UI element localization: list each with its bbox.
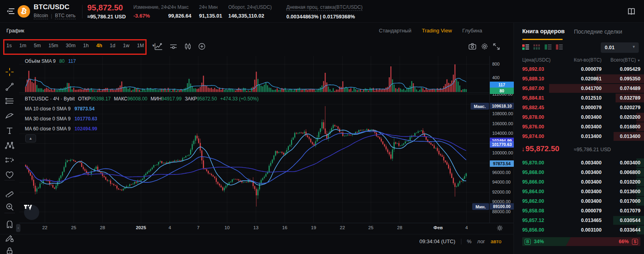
timeframe-5m[interactable]: 5m — [34, 43, 41, 48]
symbol-legend[interactable]: BTCUSDC · 4Ч · Bybit — [25, 96, 75, 102]
top-header: ₿ BTC/USDC Bitcoin | BTC сеть 95,872.50 … — [0, 0, 644, 23]
timeframe-4h[interactable]: 4h — [97, 43, 103, 48]
view-asks-icon[interactable] — [556, 44, 563, 52]
ask-row[interactable]: 95,876.00 0.003400 0.016800 — [514, 122, 644, 132]
ma-legend-row[interactable]: MA 10 close 0 SMA 997873.54 — [25, 106, 95, 112]
tab-chart[interactable]: График — [6, 28, 24, 34]
ask-row[interactable]: 95,889.10 0.020861 0.095350 — [514, 74, 644, 84]
price-chart[interactable]: Объём SMA 9 80 117 BTCUSDC · 4Ч · Bybit … — [19, 56, 489, 223]
tab-recent-trades[interactable]: Последние сделки — [574, 28, 622, 35]
ask-row[interactable]: 95,892.03 0.000079 0.095429 — [514, 64, 644, 74]
orderbook-controls: 0.01 ▼ — [514, 42, 644, 53]
volume-badge: 80 — [490, 88, 514, 94]
bid-row[interactable]: 95,856.00 0.003100 0.033644 — [514, 225, 644, 235]
time-tick: 28 — [397, 225, 402, 230]
time-tick: 22 — [340, 225, 345, 230]
ask-row[interactable]: 95,884.81 0.012510 0.032789 — [514, 93, 644, 103]
stat-value: -3.67% — [133, 13, 169, 19]
camera-icon[interactable] — [469, 42, 476, 51]
pair-title[interactable]: BTC/USDC — [34, 3, 76, 11]
header-stat: 24ч Макс 99,826.64 — [168, 4, 191, 19]
timeframe-1m[interactable]: 1m — [19, 43, 26, 48]
long-short-position-icon[interactable] — [5, 156, 14, 165]
buy-ratio-segment: B 34% — [522, 237, 571, 246]
log-scale-button[interactable]: лог — [477, 238, 485, 244]
view-both-icon[interactable] — [522, 44, 529, 52]
bid-row[interactable]: 95,857.12 0.013465 0.030544 — [514, 216, 644, 225]
view-tab-depth[interactable]: Глубина — [462, 28, 482, 34]
ask-row[interactable]: 95,878.00 0.003400 0.020200 — [514, 112, 644, 122]
collapse-rail-handle[interactable]: ‹ — [16, 224, 20, 232]
orderbook-layout-icon[interactable] — [628, 8, 635, 16]
network-name[interactable]: BTC сеть — [55, 13, 75, 19]
sell-ratio-segment: 66% S — [619, 237, 638, 246]
indicators-icon[interactable] — [169, 42, 177, 51]
timeframe-1s[interactable]: 1s — [6, 43, 12, 48]
btc-logo: ₿ — [18, 5, 30, 18]
bid-row[interactable]: 95,868.00 0.003400 0.006800 — [514, 168, 644, 177]
ruler-icon[interactable] — [5, 188, 14, 198]
rail-divider — [4, 180, 15, 180]
precision-value: 0.01 — [605, 45, 614, 50]
crosshair-icon[interactable] — [5, 67, 14, 77]
ask-row[interactable]: 95,882.45 0.000079 0.020279 — [514, 103, 644, 112]
last-price: 95,872.50 — [87, 3, 126, 12]
xabcd-pattern-icon[interactable] — [5, 141, 14, 150]
ma-legend-row[interactable]: MA 30 close 0 SMA 9101770.63 — [25, 116, 97, 122]
horizontal-lines-icon[interactable] — [5, 97, 14, 106]
percent-scale-button[interactable]: % — [467, 238, 472, 244]
ask-row[interactable]: 95,874.00 0.013400 0.013400 — [514, 132, 644, 141]
settings-icon[interactable] — [481, 42, 488, 51]
tradingview-logo[interactable] — [24, 205, 39, 220]
volume-legend-title[interactable]: Объём SMA 9 — [25, 58, 56, 64]
view-tab-standard[interactable]: Стандартный — [379, 28, 411, 34]
pane-collapse-button[interactable]: ▲ — [25, 134, 36, 142]
view-depth-icon[interactable] — [533, 44, 540, 52]
magnet-icon[interactable] — [5, 220, 14, 230]
candle-style-icon[interactable] — [184, 42, 191, 51]
timeframe-1h[interactable]: 1h — [83, 43, 89, 48]
volume-tick: 400 — [492, 75, 499, 80]
add-circle-icon[interactable] — [198, 42, 205, 51]
mid-price-row[interactable]: ↓95,872.50 ≈95,786.21 USD — [514, 142, 644, 157]
timeframe-1M[interactable]: 1M — [137, 43, 144, 48]
stat-value: 146,335,110.02 — [228, 13, 272, 19]
price-badge: 89100.00 — [490, 203, 514, 210]
emoji-icon[interactable] — [5, 170, 14, 180]
bid-row[interactable]: 95,858.08 0.000079 0.017079 — [514, 206, 644, 216]
zoom-in-icon[interactable] — [5, 202, 14, 212]
brush-icon[interactable] — [5, 111, 14, 121]
time-tick: 16 — [282, 225, 288, 230]
header-stat: Изменение, 24ч -3.67% — [133, 4, 169, 19]
bid-row[interactable]: 95,864.00 0.003400 0.013600 — [514, 187, 644, 196]
coin-name[interactable]: Bitcoin — [34, 13, 48, 19]
auto-scale-button[interactable]: авто — [491, 238, 501, 244]
text-icon[interactable] — [5, 126, 14, 136]
view-tab-tradingview[interactable]: Trading View — [422, 28, 452, 34]
ma-legend-row[interactable]: MA 60 close 0 SMA 9102494.99 — [25, 126, 97, 132]
ohlc-legend: BTCUSDC · 4Ч · Bybit ОТКР95398.17МАКС960… — [25, 96, 259, 102]
time-axis[interactable]: 22252820254710131619222528Фев4 — [19, 223, 513, 232]
bid-row[interactable]: 95,862.00 0.003400 0.017000 — [514, 196, 644, 206]
price-axis[interactable]: 800400112000.00108000.00106000.00104000.… — [489, 56, 513, 223]
view-bids-icon[interactable] — [545, 44, 551, 52]
fullscreen-icon[interactable] — [493, 42, 500, 51]
timeframe-30m[interactable]: 30m — [66, 43, 75, 48]
bid-row[interactable]: 95,870.00 0.003400 0.003400 — [514, 158, 644, 168]
timeframe-15m[interactable]: 15m — [48, 43, 58, 48]
precision-select[interactable]: 0.01 ▼ — [601, 42, 639, 53]
timeframe-1w[interactable]: 1w — [123, 43, 129, 48]
buy-sell-ratio-bar: B 34% 66% S — [522, 237, 640, 246]
chart-canvas[interactable] — [19, 56, 489, 223]
volume-value: 80 — [59, 58, 64, 64]
trend-line-icon[interactable] — [5, 82, 14, 92]
bid-row[interactable]: 95,866.00 0.003400 0.010200 — [514, 177, 644, 187]
ask-row[interactable]: 95,887.00 0.041700 0.074489 — [514, 84, 644, 93]
line-chart-icon[interactable] — [155, 42, 163, 51]
timeframe-1d[interactable]: 1d — [110, 43, 115, 48]
instrument-menu-icon[interactable] — [6, 7, 15, 15]
brightness-icon[interactable] — [497, 225, 503, 233]
bids-list: 95,870.00 0.003400 0.003400 95,868.00 0.… — [514, 158, 644, 235]
tab-orderbook[interactable]: Книга ордеров — [522, 28, 565, 34]
min-price-chip: Мин. — [472, 203, 489, 210]
